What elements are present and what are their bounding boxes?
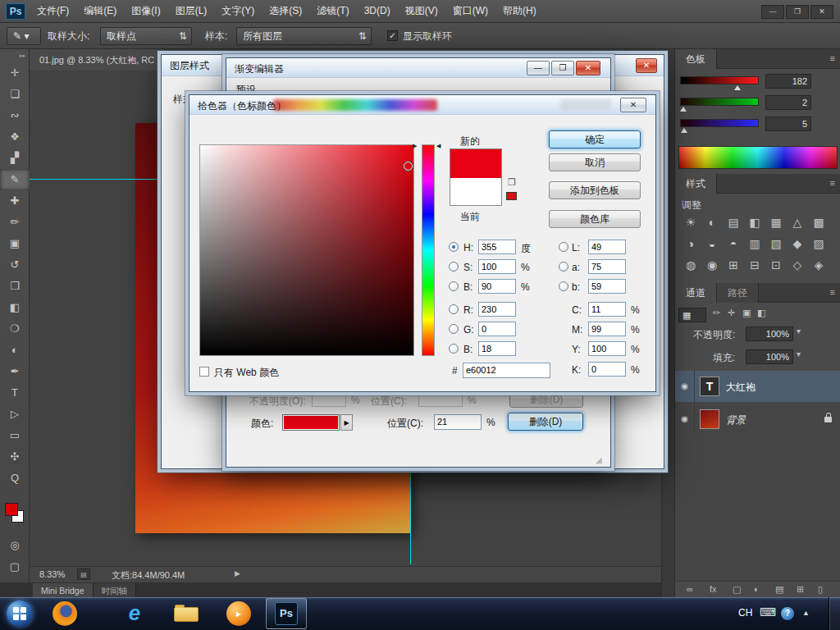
gradient-editor-title-bar[interactable]: 渐变编辑器 — ❐ ✕ (226, 58, 610, 78)
color-field[interactable] (199, 144, 414, 356)
tab-mini-bridge[interactable]: Mini Bridge (33, 583, 94, 598)
tool-preset-picker[interactable]: ✎ ▾ (7, 27, 41, 45)
color-libraries-button[interactable]: 颜色库 (549, 210, 641, 228)
b-input[interactable]: 90 (478, 279, 516, 294)
blur-tool[interactable]: ❍ (0, 318, 30, 340)
hand-tool[interactable]: ✣ (0, 446, 30, 468)
adjustment-icon[interactable]: ◇ (787, 254, 808, 276)
b2-input[interactable]: 18 (478, 341, 516, 356)
adjustment-icon[interactable]: ◉ (701, 254, 723, 276)
healing-brush-tool[interactable]: ✚ (0, 190, 30, 212)
saturation-radio[interactable] (449, 262, 459, 272)
s-input[interactable]: 100 (478, 259, 516, 274)
maximize-icon[interactable]: ❐ (551, 61, 574, 75)
path-select-tool[interactable]: ▷ (0, 404, 30, 425)
adjustment-icon[interactable]: ▦ (765, 212, 787, 233)
adjustment-icon[interactable]: ◍ (680, 254, 701, 276)
zoom-tool[interactable]: Q (0, 468, 30, 489)
eye-icon[interactable]: ◉ (675, 404, 695, 435)
photoshop-taskbar-button[interactable]: Ps (266, 598, 307, 629)
foreground-color-swatch[interactable] (5, 503, 18, 516)
pen-tool[interactable]: ✒ (0, 361, 30, 382)
dodge-tool[interactable]: ◐ (0, 340, 30, 361)
history-brush-tool[interactable]: ↺ (0, 254, 30, 276)
sample-dropdown[interactable]: 所有图层⇅ (236, 27, 372, 45)
quick-mask-button[interactable]: ◎ (0, 535, 30, 556)
lab-b-input[interactable]: 59 (588, 279, 626, 294)
color-spectrum-ramp[interactable] (678, 146, 838, 169)
green-value[interactable]: 2 (765, 95, 811, 110)
tab-paths[interactable]: 路径 (717, 283, 759, 303)
green-slider[interactable] (680, 98, 759, 106)
opacity-value[interactable]: 100% (746, 326, 793, 341)
internet-explorer-icon[interactable]: e (121, 600, 148, 626)
tab-channels[interactable]: 通道 (675, 283, 717, 303)
green-slider-handle[interactable] (680, 107, 687, 112)
tray-help-icon[interactable]: ? (781, 607, 794, 620)
blend-mode-dropdown[interactable]: ▦ (678, 308, 706, 322)
blue-radio[interactable] (449, 344, 459, 354)
blue-value[interactable]: 5 (765, 116, 811, 131)
delete-layer-icon[interactable]: ▯ (818, 584, 823, 595)
new-layer-icon[interactable]: ⊞ (797, 584, 804, 595)
stop-color-swatch[interactable] (282, 414, 340, 431)
h-input[interactable]: 355 (478, 240, 516, 254)
chevron-down-icon[interactable]: ▾ (797, 326, 801, 336)
status-arrow-icon[interactable]: ▶ (235, 569, 240, 578)
resize-grip-icon[interactable]: ◢ (596, 455, 602, 464)
shape-tool[interactable]: ▭ (0, 425, 30, 446)
show-ring-checkbox[interactable]: ✓ (387, 30, 398, 41)
menu-select[interactable]: 选择(S) (262, 0, 309, 22)
quick-select-tool[interactable]: ❖ (0, 126, 30, 148)
layer-mask-icon[interactable]: ▢ (733, 584, 741, 595)
ok-button[interactable]: 确定 (549, 130, 641, 148)
y-input[interactable]: 100 (588, 341, 626, 356)
brightness-radio[interactable] (449, 281, 459, 291)
lab-b-radio[interactable] (559, 281, 568, 291)
m-input[interactable]: 99 (588, 322, 626, 336)
folder-icon[interactable] (174, 607, 199, 622)
adjustment-icon[interactable]: ⊡ (765, 254, 787, 276)
lock-pixels-icon[interactable]: ▣ (742, 308, 751, 318)
adjustment-icon[interactable]: ▤ (723, 212, 744, 233)
status-box-icon[interactable]: ▤ (77, 568, 90, 580)
toolbar-collapse-icon[interactable]: ▸▸ (0, 49, 29, 62)
restore-button[interactable]: ❐ (786, 5, 809, 19)
hue-slider[interactable] (422, 144, 435, 356)
tab-timeline[interactable]: 时间轴 (94, 583, 137, 598)
brush-tool[interactable]: ✏ (0, 212, 30, 233)
adjustment-icon[interactable]: ◐ (701, 212, 723, 233)
close-icon[interactable]: ✕ (620, 98, 646, 112)
tab-styles[interactable]: 样式 (675, 174, 717, 194)
red-slider[interactable] (680, 76, 759, 84)
panel-menu-icon[interactable]: ≡ (830, 53, 835, 63)
adjustment-icon[interactable]: ◒ (701, 233, 723, 254)
c-input[interactable]: 11 (588, 302, 626, 317)
fill-value[interactable]: 100% (746, 349, 793, 364)
red-slider-handle[interactable] (734, 85, 741, 90)
a-input[interactable]: 75 (588, 259, 626, 274)
show-desktop-button[interactable] (829, 597, 840, 630)
adjustment-icon[interactable]: ◆ (787, 233, 808, 254)
minimize-icon[interactable]: — (527, 61, 550, 75)
tab-swatches[interactable]: 色板 (675, 49, 717, 69)
adjustment-icon[interactable]: ◧ (744, 212, 765, 233)
red-radio[interactable] (449, 304, 459, 314)
red-value[interactable]: 182 (765, 74, 811, 89)
firefox-icon[interactable] (52, 601, 77, 626)
minimize-button[interactable]: — (761, 5, 784, 19)
document-tab[interactable]: 01.jpg @ 8.33% (大红袍, RC (30, 49, 165, 71)
adjustment-icon[interactable]: ▩ (808, 212, 829, 233)
k-input[interactable]: 0 (588, 362, 626, 377)
adjustment-icon[interactable]: ◓ (723, 233, 744, 254)
marquee-tool[interactable]: ❏ (0, 84, 30, 105)
link-layers-icon[interactable]: ∞ (687, 584, 693, 594)
lock-all-icon[interactable]: ◧ (757, 308, 765, 318)
lab-l-radio[interactable] (559, 242, 568, 252)
adjustment-icon[interactable]: ◈ (808, 254, 829, 276)
hex-input[interactable]: e60012 (463, 363, 550, 378)
menu-edit[interactable]: 编辑(E) (76, 0, 124, 22)
layer-effects-icon[interactable]: fx (710, 584, 717, 594)
add-to-swatches-button[interactable]: 添加到色板 (549, 181, 641, 199)
menu-filter[interactable]: 滤镜(T) (309, 0, 356, 22)
